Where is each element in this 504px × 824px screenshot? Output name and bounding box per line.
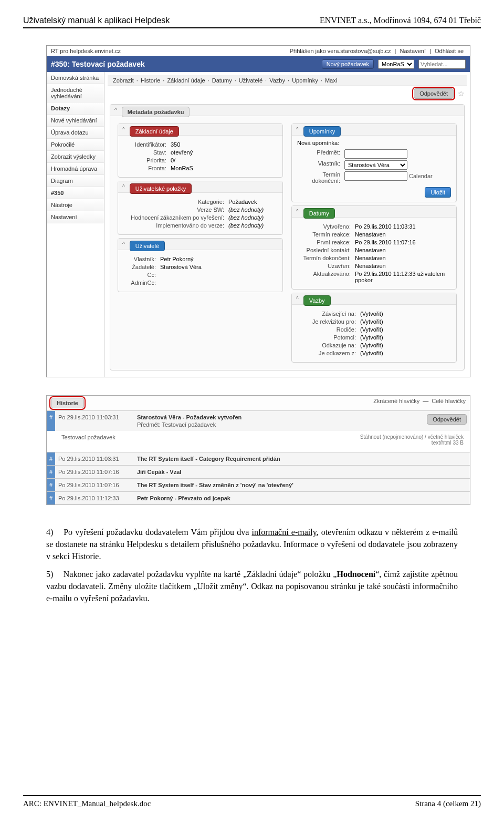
field-label: Kategorie:: [123, 199, 228, 205]
calendar-link[interactable]: Calendar: [407, 173, 433, 179]
field-label: Rodiče:: [297, 326, 360, 333]
toggle-icon[interactable]: ^: [114, 107, 117, 113]
field-label: Závisející na:: [297, 311, 360, 317]
sidebar-item[interactable]: Dotazy: [47, 102, 104, 115]
history-tab[interactable]: Historie: [51, 398, 84, 408]
field-label: Fronta:: [123, 165, 171, 171]
subnav-item[interactable]: Datumy: [212, 77, 232, 84]
save-reminder-button[interactable]: Uložit: [425, 187, 451, 198]
field-value: (Vytvořit): [360, 334, 451, 341]
reminders-panel: ^ Upomínky Nová upomínka: Předmět:Vlastn…: [291, 123, 457, 202]
field-label: Termín dokončení:: [297, 171, 344, 184]
history-title: Starostová Věra - Požadavek vytvořenPřed…: [134, 411, 424, 431]
field-label: Termín dokončení:: [297, 255, 355, 261]
field-label: Poslední kontakt:: [297, 247, 355, 253]
history-row[interactable]: #Po 29.lis.2010 11:03:31The RT System it…: [47, 452, 470, 465]
field-label: Aktualizováno:: [297, 271, 355, 283]
toggle-icon[interactable]: ^: [296, 209, 299, 214]
subnav-item[interactable]: Vazby: [269, 77, 285, 84]
reply-button[interactable]: Odpovědět: [414, 88, 454, 99]
doc-footer: ARC: ENVINET_Manual_helpdesk.doc Strana …: [23, 795, 481, 808]
field-value: Starostová Věra: [344, 160, 451, 170]
reminders-title: Upomínky: [303, 126, 341, 137]
field-label: Priorita:: [123, 157, 171, 163]
sidebar-item[interactable]: Nástroje: [47, 199, 104, 211]
doc-header: Uživatelský manuál k aplikaci Helpdesk E…: [23, 16, 481, 28]
sidebar-item[interactable]: Nové vyhledávání: [47, 115, 104, 127]
brief-headers-link[interactable]: Zkrácené hlavičky: [373, 398, 419, 408]
links-title: Vazby: [303, 295, 331, 306]
sidebar-item[interactable]: Jednoduché vyhledávání: [47, 84, 104, 102]
rt-app-title: RT pro helpdesk.envinet.cz: [51, 48, 121, 54]
history-body: Testovací požadavekStáhnout (nepojmenová…: [55, 431, 470, 452]
toggle-icon[interactable]: ^: [122, 241, 125, 247]
toggle-icon[interactable]: ^: [122, 184, 125, 190]
toggle-icon[interactable]: ^: [296, 296, 299, 302]
toggle-icon[interactable]: ^: [122, 127, 125, 132]
reminder-input[interactable]: [344, 149, 407, 159]
field-label: Vytvořeno:: [297, 223, 355, 230]
field-value: Petr Pokorný: [160, 256, 277, 262]
subnav-item[interactable]: Uživatelé: [239, 77, 262, 84]
hash-icon: #: [47, 492, 55, 504]
history-date: Po 29.lis.2010 11:12:33: [55, 492, 134, 504]
list-number: 5): [46, 568, 61, 580]
field-value: Požadavek: [228, 199, 277, 205]
sidebar-item[interactable]: Diagram: [47, 175, 104, 187]
nav-logout-link[interactable]: Odhlásit se: [435, 48, 464, 54]
hash-icon: #: [47, 411, 55, 431]
subnav-item[interactable]: Maxi: [325, 77, 337, 84]
sidebar-item[interactable]: #350: [47, 187, 104, 199]
field-value: Nenastaven: [355, 231, 451, 238]
history-row[interactable]: #Po 29.lis.2010 11:07:16Jiří Cepák - Vza…: [47, 465, 470, 478]
list-number: 4): [46, 526, 61, 538]
reply-button[interactable]: Odpovědět: [427, 414, 467, 425]
sidebar-item[interactable]: Hromadná úprava: [47, 163, 104, 175]
field-value: Po 29.lis.2010 11:12:33 uživatelem ppoko…: [355, 271, 451, 283]
toggle-icon[interactable]: ^: [296, 127, 299, 132]
doc-title: Uživatelský manuál k aplikaci Helpdesk: [23, 16, 170, 25]
sidebar-item[interactable]: Domovská stránka: [47, 72, 104, 84]
sidebar-item[interactable]: Úprava dotazu: [47, 127, 104, 139]
owner-select[interactable]: Starostová Věra: [344, 160, 407, 170]
field-value: (bez hodnoty): [228, 207, 277, 213]
sidebar-item[interactable]: Nastavení: [47, 211, 104, 223]
history-row[interactable]: #Po 29.lis.2010 11:03:31Starostová Věra …: [47, 410, 470, 431]
subnav-item[interactable]: Základní údaje: [167, 77, 205, 84]
subnav-item[interactable]: Zobrazit: [113, 77, 134, 84]
field-label: Cc:: [123, 272, 160, 278]
field-value: otevřený: [171, 149, 277, 156]
reminder-input[interactable]: [344, 171, 407, 181]
subnav-item[interactable]: Upomínky: [292, 77, 318, 84]
basics-panel: ^ Základní údaje Identifikátor:350Stav:o…: [118, 123, 283, 178]
sidebar-item[interactable]: Pokročilé: [47, 139, 104, 151]
history-title: The RT System itself - Stav změněn z 'no…: [134, 479, 470, 491]
paragraph-5: Nakonec jako zadavatel požadavku vyplňte…: [46, 570, 458, 603]
queue-select[interactable]: MonRaS: [378, 59, 414, 69]
doc-footer-right: Strana 4 (celkem 21): [415, 799, 481, 808]
field-label: Potomci:: [297, 334, 360, 341]
people-panel: ^ Uživatelé Vlastník:Petr PokornýŽadatel…: [118, 238, 283, 292]
field-value: Calendar: [344, 171, 451, 184]
bookmark-star-icon[interactable]: ☆: [456, 88, 467, 99]
field-value: (Vytvořit): [360, 318, 451, 325]
sidebar: Domovská stránkaJednoduché vyhledáváníDo…: [47, 72, 104, 377]
download-link[interactable]: Stáhnout (nepojmenováno) / včetně hlavič…: [360, 434, 464, 440]
hash-icon: #: [47, 452, 55, 465]
history-row[interactable]: #Po 29.lis.2010 11:12:33Petr Pokorný - P…: [47, 491, 470, 504]
history-screenshot: Historie Zkrácené hlavičky — Celé hlavič…: [46, 395, 470, 505]
history-row[interactable]: #Po 29.lis.2010 11:07:16The RT System it…: [47, 478, 470, 491]
history-title: The RT System itself - Category Requirem…: [134, 452, 470, 465]
field-label: Identifikátor:: [123, 141, 171, 148]
new-request-button[interactable]: Nový požadavek: [322, 59, 374, 69]
subnav-item[interactable]: Historie: [141, 77, 160, 84]
search-input[interactable]: [418, 59, 466, 69]
full-headers-link[interactable]: Celé hlavičky: [432, 398, 466, 408]
nav-settings-link[interactable]: Nastavení: [400, 48, 426, 54]
history-date: Po 29.lis.2010 11:07:16: [55, 466, 134, 478]
field-label: Je odkazem z:: [297, 350, 360, 356]
sidebar-item[interactable]: Zobrazit výsledky: [47, 151, 104, 163]
doc-company: ENVINET a.s., Modřínová 1094, 674 01 Tře…: [320, 16, 481, 25]
dates-title: Datumy: [303, 208, 335, 219]
field-value: [160, 272, 277, 278]
